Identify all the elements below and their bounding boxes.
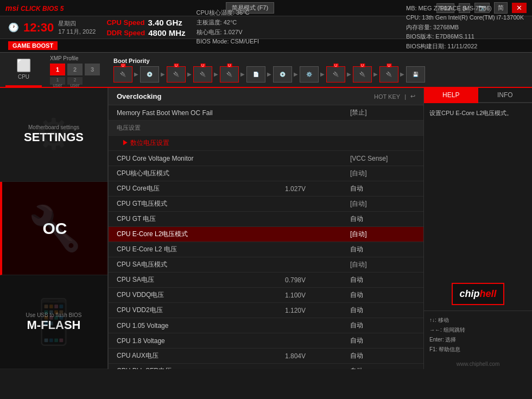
date-value: 17 11月, 2022: [58, 28, 96, 36]
row-cpu-core-mode-value: [自动]: [350, 169, 415, 178]
shortcut-move: ↑↓: 移动: [429, 315, 527, 325]
help-tab[interactable]: HELP: [424, 88, 478, 103]
row-cpu-aux-name: CPU AUX电压: [117, 351, 285, 360]
row-cpu-105v-val2: 自动: [350, 321, 415, 330]
row-cpu-sa-v-name: CPU SA电压: [117, 275, 285, 284]
xmp-btn-1[interactable]: 1: [50, 64, 65, 75]
sys-info-mid: CPU核心温度: 36°C 主板温度: 42°C 核心电压: 1.027V BI…: [197, 8, 395, 46]
row-cpu-ecore-l2-voltage[interactable]: CPU E-Core L2 电压 自动: [109, 242, 423, 257]
row-cpu-sa-voltage[interactable]: CPU SA电压 0.798V 自动: [109, 273, 423, 288]
sys-temp-cpu: CPU核心温度: 36°C: [197, 8, 395, 18]
boot-device-7[interactable]: 💿: [273, 66, 292, 83]
date-display: 星期四 17 11月, 2022: [58, 20, 96, 36]
hotkey-bar: HOT KEY | ↩: [374, 93, 415, 100]
time-section: 🕐 12:30 星期四 17 11月, 2022: [8, 20, 96, 36]
boot-device-3[interactable]: U🔌: [167, 66, 186, 83]
row-cpu-pll-sfr[interactable]: CPU PLL SFR电压 自动: [109, 364, 423, 369]
boot-device-11[interactable]: U🔌: [379, 66, 398, 83]
xmp-btn-3[interactable]: 3: [85, 64, 100, 75]
row-cpu-gt-voltage[interactable]: CPU GT 电压 自动: [109, 212, 423, 227]
settings-scroll-area[interactable]: Memory Fast Boot When OC Fail [禁止] 电压设置 …: [109, 105, 423, 369]
info-tab[interactable]: INFO: [478, 88, 533, 103]
row-cpu-core-v-val2: 自动: [350, 184, 415, 193]
cpu-speed-line: CPU Speed 3.40 GHz: [106, 18, 185, 27]
row-cpu-sa-mode-name: CPU SA电压模式: [117, 260, 350, 269]
row-cpu-vddq[interactable]: CPU VDDQ电压 1.100V 自动: [109, 288, 423, 303]
row-cpu-core-monitor-value: [VCC Sense]: [350, 155, 415, 162]
row-cpu-core-voltage-monitor[interactable]: CPU Core Voltage Monitor [VCC Sense]: [109, 151, 423, 166]
voltage-section-title: 电压设置: [117, 124, 415, 132]
row-digital-voltage[interactable]: ▶ 数位电压设置: [109, 136, 423, 151]
sys-info-right: MB: MEG Z790 ACE (MS-7D86) CPU: 13th Gen…: [406, 4, 524, 52]
boot-device-9[interactable]: U🔌: [326, 66, 345, 83]
xmp-user-btn-1[interactable]: 1user: [50, 77, 65, 85]
shortcut-jump: →←: 组间跳转: [429, 325, 527, 335]
xmp-section: XMP Profile 1 2 3 1user 2user: [42, 53, 108, 87]
xmp-user-btn-2[interactable]: 2user: [67, 77, 83, 85]
xmp-sub-buttons: 1user 2user: [50, 77, 83, 85]
row-cpu-aux[interactable]: CPU AUX电压 1.804V 自动: [109, 349, 423, 364]
boot-device-6[interactable]: 📄: [246, 66, 265, 83]
cpu-profile-tab[interactable]: ⬜ CPU: [5, 53, 42, 87]
row-cpu-pll-sfr-name: CPU PLL SFR电压: [117, 366, 285, 369]
sys-mb-model: MB: MEG Z790 ACE (MS-7D86): [406, 4, 524, 14]
hotkey-back-icon[interactable]: ↩: [410, 93, 415, 100]
sidebar-item-mflash[interactable]: 📱 Use USB to flash BIOS M-FLASH: [0, 275, 107, 369]
oc-header: Overclocking HOT KEY | ↩: [109, 88, 423, 105]
row-cpu-ecore-l2-mode[interactable]: CPU E-Core L2电压模式 [自动]: [109, 227, 423, 242]
boot-device-4[interactable]: U🔌: [193, 66, 212, 83]
center-content: Overclocking HOT KEY | ↩ Memory Fast Boo…: [109, 88, 423, 369]
hotkey-sep: |: [404, 93, 406, 100]
row-cpu-core-voltage-mode[interactable]: CPU核心电压模式 [自动]: [109, 166, 423, 181]
row-cpu-vddq-val2: 自动: [350, 290, 415, 300]
boot-device-12[interactable]: 💾: [406, 66, 425, 83]
sidebar-item-oc[interactable]: 🔧 OC: [0, 182, 107, 276]
row-cpu-ecore-l2-mode-name: CPU E-Core L2电压模式: [117, 230, 350, 239]
row-cpu-sa-mode[interactable]: CPU SA电压模式 [自动]: [109, 257, 423, 273]
row-cpu-core-v-name: CPU Core电压: [117, 184, 285, 193]
row-cpu-105v-name: CPU 1.05 Voltage: [117, 322, 285, 330]
cpu-speed-value: 3.40 GHz: [148, 18, 182, 27]
boot-device-2[interactable]: 💿: [140, 66, 159, 83]
row-cpu-vdd2[interactable]: CPU VDD2电压 1.120V 自动: [109, 303, 423, 318]
row-cpu-core-voltage[interactable]: CPU Core电压 1.027V 自动: [109, 181, 423, 197]
boot-devices-list: U🔌 ▶ 💿 ▶ U🔌 ▶ U🔌 ▶ U🔌 ▶ 📄 ▶ 💿 ▶ ⚙️ ▶ U🔌 …: [113, 66, 521, 83]
row-cpu-vdd2-val2: 自动: [350, 306, 415, 315]
sidebar-item-settings[interactable]: ⚙ Motherboard settings SETTINGS: [0, 88, 107, 182]
shortcut-f1: F1: 帮助信息: [429, 345, 527, 354]
boot-device-8[interactable]: ⚙️: [300, 66, 319, 83]
profile-row: ⬜ CPU XMP Profile 1 2 3 1user 2user Boot…: [0, 53, 532, 88]
boot-priority-container: Boot Priority U🔌 ▶ 💿 ▶ U🔌 ▶ U🔌 ▶ U🔌 ▶ 📄 …: [108, 55, 527, 85]
row-cpu-core-monitor-name: CPU Core Voltage Monitor: [117, 155, 350, 162]
row-cpu-18v-val2: 自动: [350, 336, 415, 345]
sys-temp-mb: 主板温度: 42°C: [197, 18, 395, 28]
game-boost-label[interactable]: GAME BOOST: [8, 41, 58, 50]
row-memory-fast-boot-value: [禁止]: [350, 108, 415, 117]
boot-device-5[interactable]: U🔌: [220, 66, 239, 83]
watermark: www.chiphell.com: [424, 359, 532, 369]
row-cpu-105v[interactable]: CPU 1.05 Voltage 自动: [109, 318, 423, 333]
row-cpu-gt-mode[interactable]: CPU GT电压模式 [自动]: [109, 197, 423, 212]
boot-device-1[interactable]: U🔌: [113, 66, 132, 83]
boot-device-10[interactable]: U🔌: [353, 66, 372, 83]
row-cpu-ecore-l2-mode-value: [自动]: [350, 230, 415, 239]
help-content: 设置CPU E-Core L2电压模式。: [424, 103, 532, 277]
row-cpu-sa-mode-value: [自动]: [350, 260, 415, 269]
row-cpu-sa-v-val2: 自动: [350, 275, 415, 284]
row-cpu-vddq-name: CPU VDDQ电压: [117, 290, 285, 300]
settings-table: Memory Fast Boot When OC Fail [禁止] 电压设置 …: [109, 105, 423, 369]
row-cpu-vddq-val1: 1.100V: [285, 292, 350, 299]
digital-voltage-name: ▶ 数位电压设置: [122, 138, 415, 148]
mflash-sublabel: Use USB to flash BIOS: [26, 312, 82, 318]
row-cpu-18v[interactable]: CPU 1.8 Voltage 自动: [109, 333, 423, 349]
row-memory-fast-boot-name: Memory Fast Boot When OC Fail: [117, 109, 350, 117]
sys-bios-mode: BIOS Mode: CSM/UEFI: [197, 37, 395, 47]
row-cpu-gt-v-val2: 自动: [350, 214, 415, 224]
xmp-btn-2[interactable]: 2: [67, 64, 83, 75]
row-cpu-aux-val2: 自动: [350, 351, 415, 360]
row-cpu-ecore-l2-v-name: CPU E-Core L2 电压: [117, 245, 285, 254]
row-memory-fast-boot[interactable]: Memory Fast Boot When OC Fail [禁止]: [109, 105, 423, 121]
speed-display: CPU Speed 3.40 GHz DDR Speed 4800 MHz: [106, 18, 185, 37]
overclocking-title: Overclocking: [117, 92, 161, 100]
row-cpu-core-v-val1: 1.027V: [285, 185, 350, 193]
